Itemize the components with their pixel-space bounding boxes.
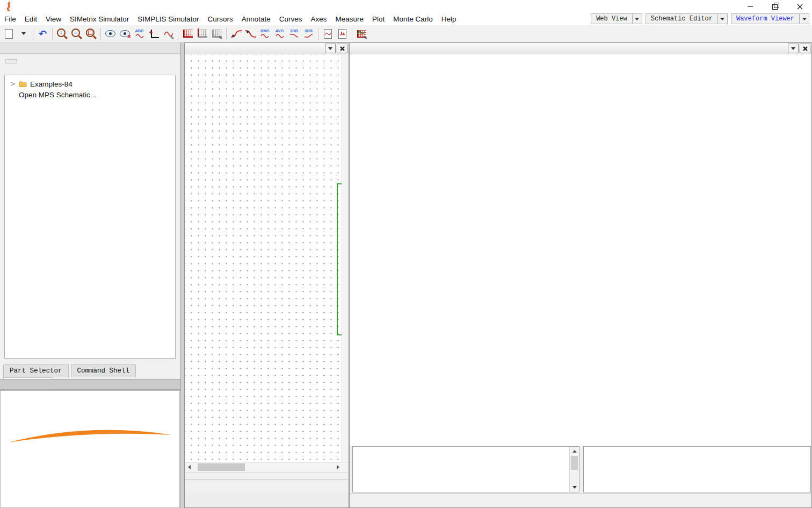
waveform-title-bar: [350, 43, 811, 54]
toolbar-separator: [52, 28, 53, 40]
legend-scrollbar[interactable]: [569, 447, 579, 492]
highpass-3db-measure-icon[interactable]: 3DB: [302, 27, 315, 41]
restore-button[interactable]: [763, 0, 787, 13]
dock-tab-part-selector[interactable]: Part Selector: [3, 364, 69, 377]
schematic-canvas[interactable]: [185, 54, 349, 462]
scrollbar-thumb[interactable]: [198, 463, 245, 471]
rms-measure-icon[interactable]: RMS: [258, 27, 272, 41]
arrow-left-icon: [188, 465, 191, 469]
web-view-dropdown-icon[interactable]: [633, 13, 642, 24]
waveform-plot-area[interactable]: [350, 54, 811, 446]
menu-bar: FileEditViewSIMetrix SimulatorSIMPLIS Si…: [0, 13, 812, 26]
menu-monte-carlo[interactable]: Monte Carlo: [389, 13, 437, 25]
mpsmart-panel-header: [0, 379, 180, 390]
arrow-down-icon: [572, 486, 577, 489]
document-tab-bar: [185, 493, 349, 507]
dock-tab-bar: Part SelectorCommand ShellFile View: [0, 363, 180, 377]
waveform-viewer-dropdown-icon[interactable]: [800, 13, 809, 24]
schematic-editor-panel: [184, 42, 349, 508]
toolbar-separator: [33, 28, 33, 40]
menu-annotate[interactable]: Annotate: [237, 13, 275, 25]
show-curve-icon[interactable]: [104, 27, 117, 41]
new-graph-sheet-icon[interactable]: [181, 27, 194, 41]
file-tree: >Examples-84Open MPS Schematic...: [4, 75, 176, 359]
plot-transient-sheet-icon[interactable]: [336, 27, 349, 41]
legend-table-header: [353, 448, 579, 459]
schematic-vertical-scrollbar[interactable]: [342, 54, 349, 462]
edit-curve-icon[interactable]: ✎: [162, 27, 175, 41]
arrow-right-icon: [337, 465, 339, 469]
menu-cursors[interactable]: Cursors: [203, 13, 237, 25]
fall-time-measure-icon[interactable]: [244, 27, 257, 41]
undo-icon[interactable]: ↶: [36, 27, 49, 41]
measurement-table-header: [584, 448, 810, 459]
scroll-up-button[interactable]: [570, 447, 579, 455]
legend-table: [352, 446, 579, 492]
minimize-button[interactable]: [738, 0, 763, 13]
tree-item-examples-84[interactable]: >Examples-84: [5, 78, 175, 89]
schematic-horizontal-scrollbar[interactable]: [185, 462, 349, 473]
arrow-up-icon: [572, 450, 577, 453]
window-titlebar: [0, 0, 812, 13]
menu-plot[interactable]: Plot: [368, 13, 389, 25]
scrollbar-thumb[interactable]: [571, 456, 578, 470]
view-switcher: Web ViewSchematic EditorWaveform Viewer: [591, 13, 809, 24]
new-document-icon[interactable]: [2, 27, 16, 41]
scroll-left-button[interactable]: [185, 462, 193, 472]
menu-view[interactable]: View: [41, 13, 66, 25]
waveform-close-button[interactable]: [800, 44, 810, 53]
toolbar-separator: [178, 28, 178, 40]
left-dock-panel: >Examples-84Open MPS Schematic... Part S…: [0, 42, 181, 508]
tree-item-open-mps-schematic[interactable]: Open MPS Schematic...: [5, 89, 175, 100]
waveform-status-bar: [350, 493, 811, 507]
chevron-down-icon: [791, 47, 795, 50]
scroll-right-button[interactable]: [334, 462, 342, 472]
file-view-header: [0, 42, 180, 54]
stacked-grid-icon[interactable]: [195, 27, 209, 41]
schematic-window-list-button[interactable]: [325, 44, 336, 53]
plot-curve-sheet-icon[interactable]: [321, 27, 335, 41]
delete-curve-icon[interactable]: ×: [118, 27, 132, 41]
schematic-close-button[interactable]: [337, 44, 347, 53]
zoom-fit-horizontal-icon[interactable]: ↔: [70, 27, 83, 41]
view-button-waveform-viewer[interactable]: Waveform Viewer: [731, 13, 800, 24]
lowpass-3db-measure-icon[interactable]: 3DB: [287, 27, 301, 41]
workspace: >Examples-84Open MPS Schematic... Part S…: [0, 42, 812, 508]
menu-curves[interactable]: Curves: [275, 13, 307, 25]
timing-diagram[interactable]: [350, 54, 811, 167]
tree-item-label: Open MPS Schematic...: [19, 91, 96, 99]
close-icon: [797, 4, 803, 10]
close-icon: [340, 46, 345, 51]
graph-options-icon[interactable]: ✎: [355, 27, 368, 41]
mps-logo-swoosh: [8, 430, 171, 442]
new-document-dropdown-icon[interactable]: [17, 27, 30, 41]
view-button-web-view[interactable]: Web View: [591, 13, 633, 24]
dock-tab-command-shell[interactable]: Command Shell: [71, 364, 136, 377]
menu-file[interactable]: File: [0, 13, 20, 25]
add-directory-button[interactable]: [5, 59, 17, 63]
menu-edit[interactable]: Edit: [20, 13, 41, 25]
schematic-title-bar: [185, 43, 349, 54]
avg-measure-icon[interactable]: AVG: [273, 27, 286, 41]
rise-time-measure-icon[interactable]: [229, 27, 243, 41]
menu-axes[interactable]: Axes: [306, 13, 331, 25]
zoom-area-icon[interactable]: [84, 27, 98, 41]
menu-items: FileEditViewSIMetrix SimulatorSIMPLIS Si…: [0, 13, 461, 25]
view-button-schematic-editor[interactable]: Schematic Editor: [646, 13, 718, 24]
menu-help[interactable]: Help: [437, 13, 461, 25]
zoom-fit-vertical-icon[interactable]: ↕: [55, 27, 69, 41]
mpsmart-welcome-panel: [0, 390, 180, 508]
expander-icon[interactable]: >: [9, 80, 17, 88]
window-controls: [738, 0, 812, 13]
edit-grid-icon[interactable]: ✎: [210, 27, 223, 41]
annotate-curve-icon[interactable]: ABC: [133, 27, 146, 41]
menu-simetrix-simulator[interactable]: SIMetrix Simulator: [66, 13, 133, 25]
schematic-editor-dropdown-icon[interactable]: [718, 13, 728, 24]
menu-simplis-simulator[interactable]: SIMPLIS Simulator: [133, 13, 203, 25]
close-button[interactable]: [787, 0, 812, 13]
add-axis-icon[interactable]: [147, 27, 161, 41]
tree-item-label: Examples-84: [30, 80, 73, 88]
scroll-down-button[interactable]: [570, 483, 579, 491]
waveform-window-list-button[interactable]: [788, 44, 799, 53]
menu-measure[interactable]: Measure: [331, 13, 368, 25]
